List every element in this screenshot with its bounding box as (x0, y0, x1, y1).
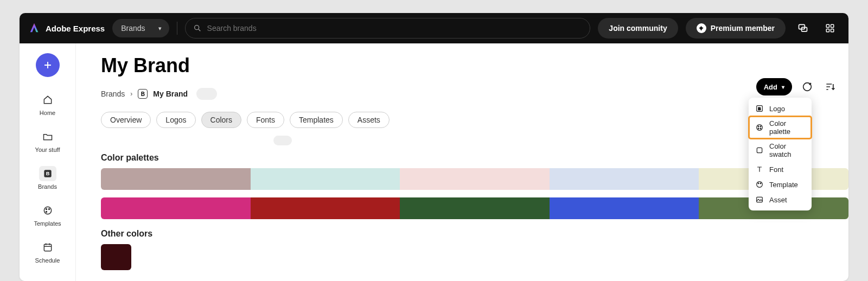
asset-icon (755, 195, 764, 204)
tab-assets[interactable]: Assets (348, 112, 390, 128)
page-title: My Brand (101, 54, 848, 77)
menu-item-font[interactable]: Font (749, 162, 812, 177)
section-title-palettes: Color palettes (101, 153, 848, 163)
sidebar-item-label: Templates (34, 220, 61, 227)
color-swatch[interactable] (550, 168, 699, 190)
menu-item-label: Logo (769, 105, 785, 113)
search-field[interactable] (185, 18, 591, 39)
sidebar: Home Your stuff B Brands Templates Sched… (20, 43, 76, 281)
add-menu: BLogoColor paletteColor swatchFontTempla… (749, 98, 812, 210)
create-button[interactable] (36, 53, 60, 77)
other-colors-row (101, 239, 848, 270)
sidebar-item-label: Home (40, 110, 55, 116)
chevron-down-icon: ▾ (158, 25, 162, 32)
color-swatch[interactable] (101, 197, 251, 219)
brands-selector[interactable]: Brands ▾ (112, 19, 169, 37)
color-swatch[interactable] (101, 168, 251, 190)
sort-icon[interactable] (822, 79, 838, 94)
font-icon (755, 165, 764, 174)
svg-point-27 (758, 126, 759, 127)
join-community-label: Join community (609, 24, 667, 33)
add-button-label: Add (764, 83, 777, 91)
sidebar-item-templates[interactable]: Templates (28, 199, 67, 231)
svg-rect-5 (831, 24, 834, 27)
color-swatch[interactable] (400, 197, 550, 219)
menu-item-logo[interactable]: BLogo (749, 101, 812, 116)
menu-item-label: Template (769, 181, 798, 189)
join-community-button[interactable]: Join community (598, 18, 678, 39)
sidebar-item-label: Schedule (35, 257, 60, 264)
color-swatch[interactable] (251, 168, 400, 190)
color-swatch-icon (755, 146, 764, 155)
tab-templates[interactable]: Templates (290, 112, 343, 128)
svg-point-15 (46, 212, 47, 213)
tab-colors[interactable]: Colors (201, 112, 241, 128)
page-actions: Add ▾ (756, 78, 838, 95)
menu-item-asset[interactable]: Asset (749, 192, 812, 207)
svg-rect-35 (757, 197, 763, 202)
main-content: My Brand Brands › B My Brand OverviewLog… (76, 43, 848, 281)
color-swatch[interactable] (550, 197, 699, 219)
svg-rect-4 (826, 24, 829, 27)
calendar-icon (42, 242, 53, 253)
add-button[interactable]: Add ▾ (756, 78, 792, 95)
chat-icon[interactable] (793, 18, 813, 38)
svg-line-1 (199, 29, 200, 31)
premium-icon (697, 23, 706, 33)
share-brand-icon[interactable] (800, 79, 815, 94)
divider (177, 22, 177, 35)
premium-label: Premium member (711, 24, 775, 33)
svg-rect-16 (44, 244, 51, 251)
palette-row[interactable] (101, 197, 848, 219)
color-swatch[interactable] (251, 197, 400, 219)
sidebar-item-schedule[interactable]: Schedule (28, 235, 67, 268)
template-icon (755, 180, 764, 189)
svg-point-29 (758, 128, 759, 129)
tab-fonts[interactable]: Fonts (247, 112, 284, 128)
svg-text:B: B (46, 171, 49, 176)
top-bar: Adobe Express Brands ▾ Join community Pr… (20, 13, 848, 43)
premium-member-button[interactable]: Premium member (686, 18, 786, 39)
menu-item-label: Font (769, 165, 783, 174)
brand-logo: Adobe Express (28, 22, 105, 34)
sidebar-item-brands[interactable]: B Brands (28, 162, 67, 194)
svg-point-30 (760, 128, 761, 129)
breadcrumb-root[interactable]: Brands (101, 90, 125, 98)
menu-item-template[interactable]: Template (749, 177, 812, 192)
home-icon (42, 94, 53, 105)
sidebar-item-your-stuff[interactable]: Your stuff (28, 125, 67, 157)
templates-icon (42, 205, 53, 216)
apps-grid-icon[interactable] (820, 18, 840, 38)
tab-overview[interactable]: Overview (101, 112, 151, 128)
search-input[interactable] (207, 24, 583, 33)
tab-logos[interactable]: Logos (156, 112, 195, 128)
chevron-down-icon: ▾ (782, 84, 784, 90)
color-swatch[interactable] (101, 244, 131, 270)
breadcrumb: Brands › B My Brand (101, 88, 848, 100)
svg-point-0 (194, 25, 199, 30)
svg-point-34 (760, 183, 761, 184)
svg-point-33 (758, 183, 759, 184)
sidebar-item-home[interactable]: Home (28, 88, 67, 120)
svg-rect-7 (831, 29, 834, 32)
menu-item-color-swatch[interactable]: Color swatch (749, 139, 812, 162)
svg-point-12 (44, 207, 51, 214)
breadcrumb-current: My Brand (153, 90, 188, 98)
sidebar-item-label: Your stuff (35, 146, 60, 153)
menu-item-color-palette[interactable]: Color palette (749, 116, 812, 139)
product-name: Adobe Express (46, 24, 105, 33)
chevron-right-icon: › (130, 90, 132, 98)
section-title-other: Other colors (101, 229, 848, 239)
app-window: Adobe Express Brands ▾ Join community Pr… (20, 13, 848, 281)
tabs: OverviewLogosColorsFontsTemplatesAssets (101, 112, 848, 128)
svg-point-14 (48, 209, 49, 210)
svg-point-32 (757, 182, 763, 188)
color-swatch[interactable] (400, 168, 550, 190)
palette-row[interactable] (101, 168, 848, 190)
menu-item-label: Color palette (769, 119, 805, 136)
search-icon (193, 24, 202, 33)
sidebar-item-label: Brands (38, 183, 57, 190)
placeholder-pill (273, 136, 292, 145)
color-palette-icon (755, 123, 764, 132)
brand-badge-icon: B (138, 89, 148, 99)
